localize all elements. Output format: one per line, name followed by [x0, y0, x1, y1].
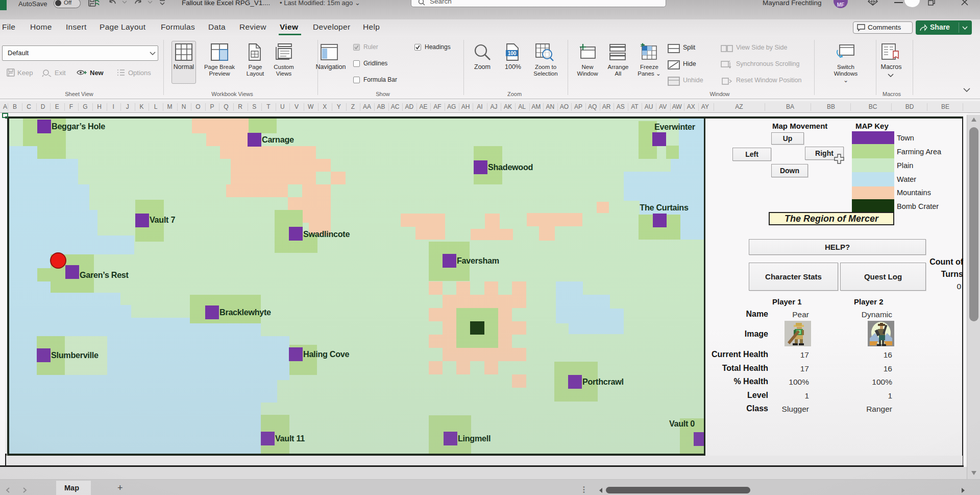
svg-text:Vault 0: Vault 0 — [669, 419, 695, 428]
svg-text:Beggar’s Hole: Beggar’s Hole — [52, 122, 105, 131]
svg-text:Shadewood: Shadewood — [488, 162, 533, 172]
svg-text:Garen’s Rest: Garen’s Rest — [80, 270, 129, 279]
svg-text:Slumberville: Slumberville — [51, 350, 99, 360]
svg-text:Lingmell: Lingmell — [458, 434, 491, 443]
svg-text:Swadlincote: Swadlincote — [303, 229, 350, 239]
svg-text:Bracklewhyte: Bracklewhyte — [219, 308, 271, 317]
svg-text:Haling Cove: Haling Cove — [303, 349, 350, 359]
svg-text:Porthcrawl: Porthcrawl — [582, 377, 624, 386]
svg-text:Everwinter: Everwinter — [654, 122, 696, 131]
svg-text:Vault 11: Vault 11 — [275, 434, 305, 443]
svg-text:Carnage: Carnage — [262, 135, 294, 144]
svg-text:Faversham: Faversham — [457, 256, 499, 265]
svg-text:100: 100 — [508, 51, 517, 56]
svg-text:Vault 7: Vault 7 — [150, 215, 175, 224]
svg-text:The Curtains: The Curtains — [640, 203, 689, 212]
